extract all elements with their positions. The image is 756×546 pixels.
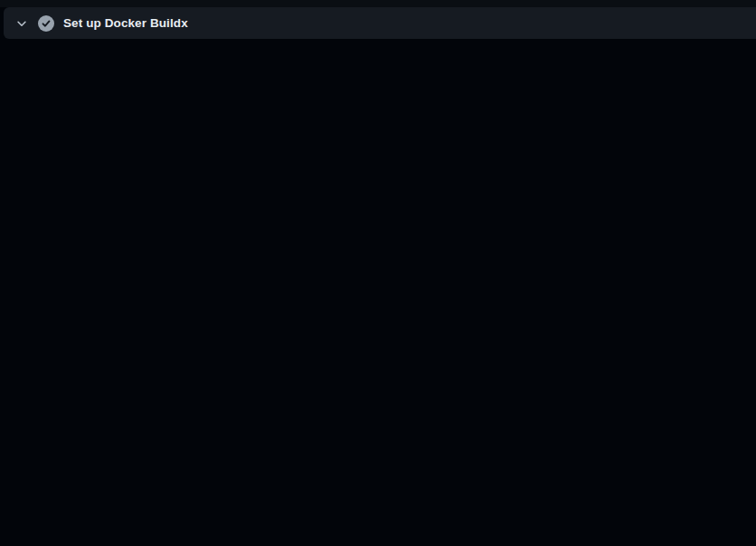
log-line: 126 "buildkitd-flags": "--allow-insecure… (0, 344, 756, 362)
log-line[interactable]: 119▼Inspect builder (0, 216, 756, 234)
log-line: 96github.com/docker/buildx 0.10.3+azure-… (0, 125, 756, 143)
page-top-gap (0, 0, 756, 7)
check-circle-icon (38, 15, 54, 32)
log-line[interactable]: 94▼Buildx version (0, 88, 756, 106)
log-line: 99builder-d9cfb5a1-c764-445a-a57e-0b19d2… (0, 179, 756, 197)
step-header[interactable]: Set up Docker Buildx (4, 7, 756, 39)
log-line: 98/usr/bin/docker buildx create --name b… (0, 161, 756, 179)
log-line: 129 } (0, 399, 756, 417)
log-line: 134} (0, 490, 756, 508)
step-title: Set up Docker Buildx (63, 16, 188, 30)
log-line[interactable]: 97▼Creating a new builder instance (0, 143, 756, 161)
log-line: 128 "platforms": "linux/amd64,linux/amd6… (0, 380, 756, 398)
log-line[interactable]: 100▶Booting builder (0, 198, 756, 216)
log-line: 95/usr/bin/docker buildx version (0, 107, 756, 125)
chevron-down-icon[interactable] (14, 16, 29, 31)
log-line: 131 "name": "builder-d9cfb5a1-c764-445a-… (0, 435, 756, 453)
log-line: 130 ], (0, 417, 756, 435)
log-line: 123 "name": "builder-d9cfb5a1-c764-445a-… (0, 288, 756, 306)
log-line: 125 "status": "running", (0, 325, 756, 344)
log-line[interactable]: 135▼BuildKit version (0, 508, 756, 526)
log-line: 127 "buildkit": "v0.11.3", (0, 362, 756, 380)
log-area: 1▶Run ./ 7▶Docker info 94▼Buildx version… (0, 39, 756, 544)
log-line: 124 "endpoint": "unix:///var/run/docker.… (0, 307, 756, 325)
log-line: 122 { (0, 270, 756, 288)
log-line: 121 "nodes": [ (0, 252, 756, 270)
log-line[interactable]: 1▶Run ./ (0, 52, 756, 70)
log-line: 132 "driver": "docker-container", (0, 453, 756, 471)
log-line: 120{ (0, 234, 756, 252)
log-line: 136builder-d9cfb5a1-c764-445a-a57e-0b19d… (0, 526, 756, 544)
log-line[interactable]: 7▶Docker info (0, 70, 756, 88)
log-line: 133 "lastActivity": "2023-02-25T11:58:12… (0, 471, 756, 489)
